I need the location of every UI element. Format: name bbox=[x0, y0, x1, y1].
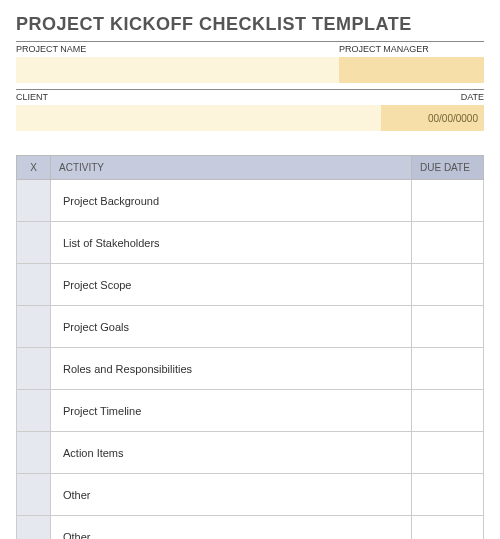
activities-table: X ACTIVITY DUE DATE Project BackgroundLi… bbox=[16, 155, 484, 539]
due-date-cell[interactable] bbox=[412, 432, 484, 474]
checkbox-cell[interactable] bbox=[17, 390, 51, 432]
checkbox-cell[interactable] bbox=[17, 516, 51, 540]
project-name-field[interactable] bbox=[16, 57, 339, 83]
meta-row-1-fields bbox=[16, 57, 484, 83]
checkbox-cell[interactable] bbox=[17, 306, 51, 348]
due-date-cell[interactable] bbox=[412, 306, 484, 348]
table-row: Other bbox=[17, 516, 484, 540]
activity-cell[interactable]: List of Stakeholders bbox=[51, 222, 412, 264]
table-row: Project Scope bbox=[17, 264, 484, 306]
due-date-cell[interactable] bbox=[412, 180, 484, 222]
date-field[interactable] bbox=[381, 105, 484, 131]
checkbox-cell[interactable] bbox=[17, 432, 51, 474]
table-row: List of Stakeholders bbox=[17, 222, 484, 264]
checkbox-cell[interactable] bbox=[17, 474, 51, 516]
table-row: Action Items bbox=[17, 432, 484, 474]
page-title: PROJECT KICKOFF CHECKLIST TEMPLATE bbox=[16, 14, 484, 35]
activity-cell[interactable]: Action Items bbox=[51, 432, 412, 474]
table-row: Project Timeline bbox=[17, 390, 484, 432]
table-row: Project Background bbox=[17, 180, 484, 222]
due-date-cell[interactable] bbox=[412, 222, 484, 264]
activity-cell[interactable]: Other bbox=[51, 516, 412, 540]
client-label: CLIENT bbox=[16, 89, 381, 103]
table-row: Project Goals bbox=[17, 306, 484, 348]
checkbox-cell[interactable] bbox=[17, 180, 51, 222]
project-manager-label: PROJECT MANAGER bbox=[339, 41, 484, 55]
activity-cell[interactable]: Project Goals bbox=[51, 306, 412, 348]
due-date-cell[interactable] bbox=[412, 348, 484, 390]
due-date-cell[interactable] bbox=[412, 516, 484, 540]
project-name-label: PROJECT NAME bbox=[16, 41, 339, 55]
table-row: Roles and Responsibilities bbox=[17, 348, 484, 390]
table-row: Other bbox=[17, 474, 484, 516]
meta-row-1-labels: PROJECT NAME PROJECT MANAGER bbox=[16, 41, 484, 55]
table-header-row: X ACTIVITY DUE DATE bbox=[17, 156, 484, 180]
header-activity: ACTIVITY bbox=[51, 156, 412, 180]
header-due-date: DUE DATE bbox=[412, 156, 484, 180]
meta-row-2-fields bbox=[16, 105, 484, 131]
project-manager-field[interactable] bbox=[339, 57, 484, 83]
due-date-cell[interactable] bbox=[412, 474, 484, 516]
due-date-cell[interactable] bbox=[412, 390, 484, 432]
due-date-cell[interactable] bbox=[412, 264, 484, 306]
activity-cell[interactable]: Other bbox=[51, 474, 412, 516]
activity-cell[interactable]: Project Timeline bbox=[51, 390, 412, 432]
activity-cell[interactable]: Roles and Responsibilities bbox=[51, 348, 412, 390]
meta-row-2-labels: CLIENT DATE bbox=[16, 89, 484, 103]
checkbox-cell[interactable] bbox=[17, 264, 51, 306]
date-label: DATE bbox=[381, 89, 484, 103]
activity-cell[interactable]: Project Scope bbox=[51, 264, 412, 306]
header-x: X bbox=[17, 156, 51, 180]
activity-cell[interactable]: Project Background bbox=[51, 180, 412, 222]
checkbox-cell[interactable] bbox=[17, 348, 51, 390]
client-field[interactable] bbox=[16, 105, 381, 131]
checkbox-cell[interactable] bbox=[17, 222, 51, 264]
